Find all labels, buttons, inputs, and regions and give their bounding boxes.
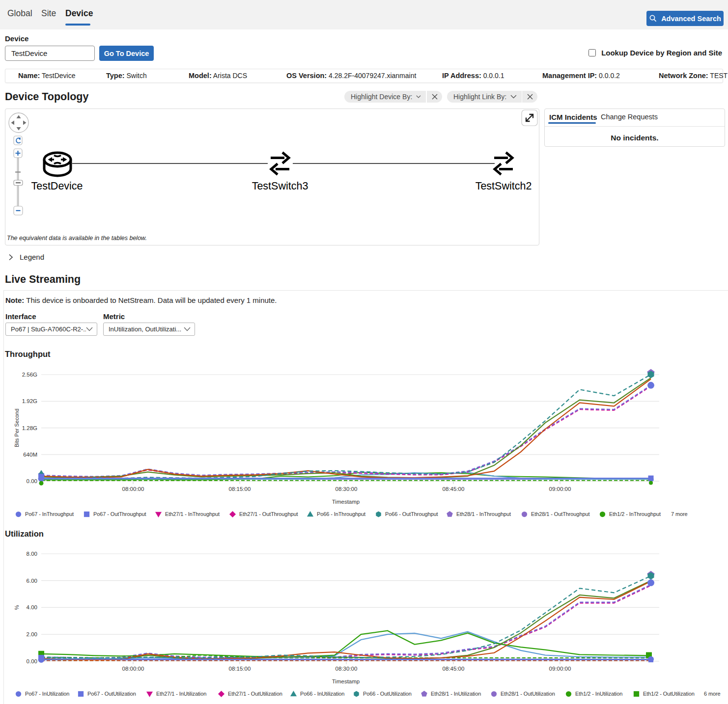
svg-text:08:30:00: 08:30:00 (336, 666, 358, 672)
svg-text:2.56G: 2.56G (22, 372, 37, 378)
svg-text:Bits Per Second: Bits Per Second (14, 408, 20, 447)
svg-text:TestSwitch3: TestSwitch3 (252, 180, 308, 192)
svg-text:TestDevice: TestDevice (31, 180, 83, 192)
svg-text:08:45:00: 08:45:00 (443, 666, 465, 672)
svg-text:640M: 640M (23, 452, 37, 458)
svg-text:TestSwitch2: TestSwitch2 (476, 180, 532, 192)
svg-text:1.92G: 1.92G (22, 398, 37, 404)
svg-text:1.28G: 1.28G (22, 425, 37, 431)
svg-text:0.00: 0.00 (27, 658, 37, 664)
svg-text:Timestamp: Timestamp (332, 499, 360, 505)
svg-text:08:00:00: 08:00:00 (122, 666, 144, 672)
svg-text:09:00:00: 09:00:00 (549, 666, 571, 672)
svg-text:4.00: 4.00 (27, 604, 37, 610)
svg-text:8.00: 8.00 (27, 551, 37, 557)
svg-text:08:30:00: 08:30:00 (336, 486, 358, 492)
svg-text:08:15:00: 08:15:00 (229, 486, 251, 492)
svg-text:6.00: 6.00 (27, 578, 37, 584)
svg-text:0.00: 0.00 (27, 478, 37, 484)
svg-text:%: % (14, 605, 20, 610)
svg-text:The equivalent data is availab: The equivalent data is available in the … (7, 235, 147, 242)
svg-text:08:45:00: 08:45:00 (443, 486, 465, 492)
svg-text:08:15:00: 08:15:00 (229, 666, 251, 672)
svg-text:2.00: 2.00 (27, 631, 37, 637)
svg-text:08:00:00: 08:00:00 (122, 486, 144, 492)
svg-text:Timestamp: Timestamp (332, 678, 360, 684)
svg-text:09:00:00: 09:00:00 (549, 486, 571, 492)
